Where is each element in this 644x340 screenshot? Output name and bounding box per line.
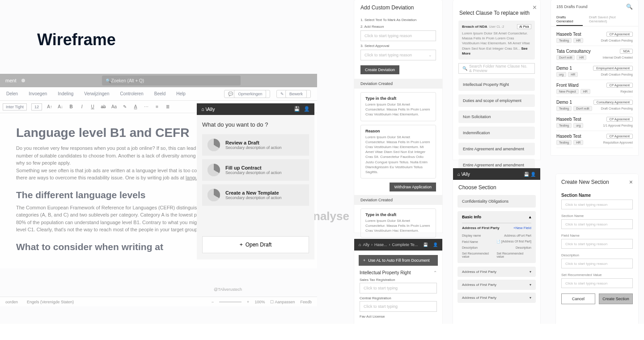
withdraw-button[interactable]: Withdraw Application [390,183,436,191]
draft-item[interactable]: Haseeb TestCP AgreementTestingHRDraft Cr… [556,29,633,46]
italic-icon[interactable]: I [79,104,85,109]
clause-row[interactable]: Duties and scope of employment [458,94,535,107]
action-review-draft[interactable]: Review a DraftSecondary description of a… [202,134,309,156]
action-fill-contract[interactable]: Fill up ContractSecondary description of… [202,159,309,181]
accordion-row[interactable]: Address of First Party▾ [458,293,536,303]
bold-icon[interactable]: B [68,104,74,109]
draft-item[interactable]: Demo 1Employment AgreementorgHRDraft Cre… [556,63,633,80]
description-input[interactable]: Click to start typing reason [561,259,633,268]
draft-item[interactable]: Front WardCP AgreementNew ProjectHRRejec… [556,80,633,97]
ally-header: ⌂ \Ally 💾 👤 [453,168,540,180]
search-icon: 🔍 [462,66,467,71]
menu-beeld[interactable]: Beeld [154,91,166,96]
user-icon[interactable]: 👤 [530,172,536,177]
field-label: Fav Act License [360,314,437,319]
strike-icon[interactable]: ab [100,104,106,109]
central-reg-input[interactable]: Click to start typing [360,301,437,312]
tab-generated[interactable]: Drafts Generated [556,13,583,26]
bottom-strip [0,324,644,340]
menu-controleren[interactable]: Controleren [120,91,143,96]
comments-button[interactable]: 💬 Opmerkingen [224,90,271,98]
home-icon[interactable]: ⌂ [201,106,204,112]
numbers-icon[interactable]: ≣ [165,104,171,109]
clause-row[interactable]: Entire Agreement and amendment [458,143,535,155]
deviation-created-label: Deviation Created [354,79,442,89]
pie-icon [208,164,220,176]
collapse-icon[interactable]: ▴ [529,215,531,219]
clause-search-input[interactable]: 🔍Search Folder Name Clause No. & Preview [458,63,535,74]
more-icon[interactable]: ⋯ [143,104,149,109]
clause-row[interactable]: Indemnification [458,127,535,139]
bullets-icon[interactable]: ≡ [154,104,160,109]
home-icon[interactable]: ⌂ [359,242,361,247]
create-deviation-button[interactable]: Create Deviation [360,65,399,74]
draft-item[interactable]: Haseeb TestCP AgreementTestingorg1/1 App… [556,114,633,131]
caps-icon[interactable]: Aa [111,104,117,109]
highlight-icon[interactable]: ✎ [122,104,128,109]
ally-question: What do you want to do ? [202,121,309,128]
menu-verwijzingen[interactable]: Verwijzingen [84,91,109,96]
ally-panel: ⌂ \Ally 💾 👤 What do you want to do ? Rev… [197,103,314,231]
approval-select[interactable]: Click to start typing reason⌄ [360,50,436,60]
clause-hero[interactable]: Breach of NDA User CL -2 AI Pick Lorem I… [458,21,535,60]
reason-input[interactable]: Click to start typing reason [360,30,436,41]
section-name-input[interactable]: Click to start typing reason [561,200,633,209]
draft-item[interactable]: Tata ConsultancyNDADon't editHRInternal … [556,46,633,63]
accordion-row[interactable]: Address of First Party▾ [458,267,536,277]
cancel-button[interactable]: Cancel [561,293,595,304]
drafts-tabs: Drafts Generated Draft Saved (Not Genera… [551,13,638,26]
menu-indeling[interactable]: Indeling [58,91,73,96]
pie-icon [208,139,220,151]
recommended-input[interactable]: Click to start typing reason [561,278,633,288]
home-icon[interactable]: ⌂ [458,172,460,177]
page-title: Wireframe [37,30,116,49]
deviation-title: Add Custom Deviation [354,0,442,15]
clause-row[interactable]: Intellectual Property Right [458,78,535,91]
drafts-panel: 155 Drafts Found 🔍 Drafts Generated Draf… [551,0,638,155]
menu-help[interactable]: Help [176,91,186,96]
choose-title: Choose Section [453,180,540,195]
autofill-button[interactable]: +Use AL to Auto Fill from Document [359,255,438,266]
sales-tax-input[interactable]: Click to start typing [360,283,437,293]
fontsize-select[interactable]: 12 [31,103,42,110]
zoom-plus-icon[interactable]: + [247,300,249,304]
zoom-minus-icon[interactable]: − [212,300,214,304]
tab-saved[interactable]: Draft Saved (Not Generated) [589,13,633,26]
open-draft-button[interactable]: + Open Draft [202,236,309,253]
user-icon[interactable]: 👤 [304,106,310,112]
draft-item[interactable]: Haseeb TestCP AgreementTestingHRRequisit… [556,131,633,148]
search-icon[interactable]: 🔍 [626,4,633,10]
save-icon[interactable]: 💾 [294,106,300,112]
close-icon[interactable]: × [629,178,633,186]
save-icon[interactable]: 💾 [423,242,428,247]
action-create-template[interactable]: Create a New TemplateSecondary descripti… [202,184,309,206]
underline-icon[interactable]: U [89,104,96,109]
section-row[interactable]: Confidentiality Obligations [458,195,536,208]
decrease-font-icon[interactable]: A↓ [57,104,64,109]
word-search[interactable]: 🔍 Zoeken (Alt + Q) [102,76,241,85]
chevron-down-icon: ⌄ [428,53,432,57]
word-menu: Delen Invoegen Indeling Verwijzingen Con… [0,87,317,101]
deviation-reason-card: ReasonLorem Ipsum Dolor Sit Amet Consect… [360,125,436,179]
select-clause-panel: × Select Clause To replace with Breach o… [453,0,540,160]
section-name-input-2[interactable]: Click to start typing reason [561,219,633,229]
fontcolor-icon[interactable]: A [132,104,139,109]
increase-font-icon[interactable]: A↑ [47,104,53,109]
clause-row[interactable]: Non Solicitation [458,110,535,123]
field-name-input[interactable]: Click to start typing reason [561,239,633,249]
close-icon[interactable]: × [533,4,537,12]
font-select[interactable]: Inter Tight [3,103,27,110]
draft-item[interactable]: Demo 1Consultancy AgreementTestingDon't … [556,97,633,114]
menu-delen[interactable]: Delen [6,91,18,96]
accordion-row[interactable]: Address of First Party▾ [458,280,536,290]
new-field-link[interactable]: +New Field [513,226,531,230]
user-icon[interactable]: 👤 [433,242,438,247]
basic-info-block: Basic Info▴ Address of First Party+New F… [458,211,536,263]
edit-button[interactable]: ✎ Bewerk [276,90,311,98]
create-section-button[interactable]: Create Section [599,293,633,304]
save-icon[interactable]: 💾 [524,172,529,177]
ipr-heading[interactable]: Intellectual Property Right⌃ [360,270,437,275]
bg-text: nalyse [313,209,349,223]
field-label: Sales Tax Registration [360,278,437,282]
menu-invoegen[interactable]: Invoegen [29,91,47,96]
